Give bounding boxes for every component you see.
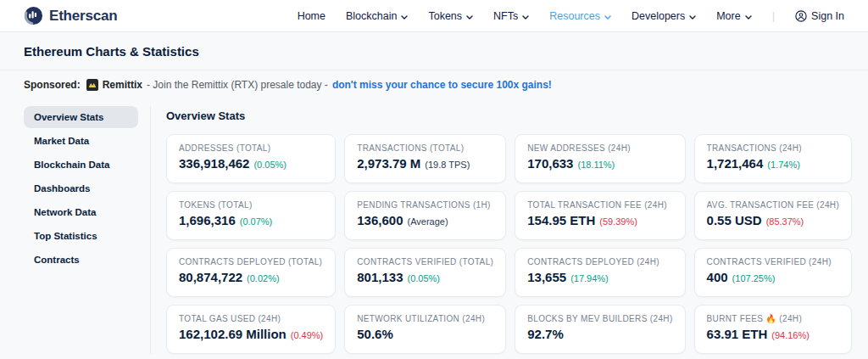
chevron-down-icon [401, 10, 408, 22]
stat-label: TRANSACTIONS (24H) [707, 143, 840, 153]
nav-label: More [716, 10, 740, 22]
user-circle-icon [795, 10, 807, 22]
section-heading: Overview Stats [166, 109, 852, 122]
content-area: Overview Stats Market Data Blockchain Da… [0, 101, 868, 354]
stat-card-transactions-24h[interactable]: TRANSACTIONS (24H) 1,721,464 (1.74%) [694, 134, 853, 183]
sponsored-link[interactable]: don't miss your chance to secure 100x ga… [332, 79, 552, 91]
nav-item-developers[interactable]: Developers [632, 10, 696, 22]
nav-label: NFTs [493, 10, 518, 22]
stat-value: 801,133 [357, 270, 403, 284]
top-navbar: Etherscan Home Blockchain Tokens NFTs Re… [0, 0, 868, 32]
stat-card-blocks-by-mev-builders-24h[interactable]: BLOCKS BY MEV BUILDERS (24H) 92.7% [515, 305, 685, 354]
etherscan-logo-icon [24, 6, 43, 25]
page-head: Ethereum Charts & Statistics [0, 32, 868, 70]
nav-label: Tokens [428, 10, 462, 22]
stat-card-new-addresses-24h[interactable]: NEW ADDRESSES (24H) 170,633 (18.11%) [515, 134, 685, 183]
nav-label: Resources [549, 10, 600, 22]
stat-value: 336,918,462 [179, 156, 249, 171]
stat-label: BLOCKS BY MEV BUILDERS (24H) [527, 314, 672, 323]
nav-label: Home [298, 10, 326, 22]
etherscan-logo[interactable]: Etherscan [24, 6, 117, 25]
chevron-down-icon [466, 10, 473, 22]
stat-value: 80,874,722 [179, 270, 242, 284]
stat-value: 92.7% [527, 327, 564, 341]
stat-label: CONTRACTS VERIFIED (TOTAL) [357, 257, 493, 266]
stat-label: NEW ADDRESSES (24H) [527, 143, 672, 153]
stat-card-tokens-total[interactable]: TOKENS (TOTAL) 1,696,316 (0.07%) [166, 191, 336, 240]
stat-card-total-transaction-fee-24h[interactable]: TOTAL TRANSACTION FEE (24H) 154.95 ETH (… [515, 191, 685, 240]
stat-value: 2,973.79 M [357, 156, 420, 171]
stat-label: PENDING TRANSACTIONS (1H) [357, 200, 493, 210]
stat-change: (0.05%) [408, 273, 441, 283]
main-panel: Overview Stats ADDRESSES (TOTAL) 336,918… [151, 106, 852, 354]
stat-card-addresses-total[interactable]: ADDRESSES (TOTAL) 336,918,462 (0.05%) [166, 134, 336, 183]
stat-value: 170,633 [527, 156, 573, 171]
nav-item-blockchain[interactable]: Blockchain [346, 10, 408, 22]
stat-label: TOTAL TRANSACTION FEE (24H) [527, 200, 672, 210]
nav-item-more[interactable]: More [716, 10, 751, 22]
stat-card-contracts-verified-total[interactable]: CONTRACTS VERIFIED (TOTAL) 801,133 (0.05… [344, 248, 506, 297]
stat-change: (0.49%) [291, 330, 324, 340]
stat-value: 154.95 ETH [527, 213, 595, 227]
sidebar-item-contracts[interactable]: Contracts [24, 249, 138, 271]
nav-label: Developers [632, 10, 685, 22]
stat-card-transactions-total[interactable]: TRANSACTIONS (TOTAL) 2,973.79 M (19.8 TP… [344, 134, 506, 183]
brand-name: Etherscan [49, 8, 117, 25]
stat-change: (85.37%) [766, 216, 804, 227]
nav-item-nfts[interactable]: NFTs [493, 10, 529, 22]
sidebar-item-market-data[interactable]: Market Data [24, 130, 138, 152]
sign-in-button[interactable]: Sign In [795, 10, 844, 22]
sidebar-item-network-data[interactable]: Network Data [24, 201, 138, 223]
stat-label: CONTRACTS DEPLOYED (TOTAL) [179, 257, 323, 266]
stat-label: CONTRACTS VERIFIED (24H) [707, 257, 840, 266]
stat-label: BURNT FEES 🔥 (24H) [707, 314, 840, 323]
stat-card-contracts-deployed-total[interactable]: CONTRACTS DEPLOYED (TOTAL) 80,874,722 (0… [166, 248, 336, 297]
stat-change: (Average) [408, 216, 448, 227]
remittix-logo-icon [86, 79, 98, 91]
nav-label: Blockchain [346, 10, 397, 22]
stat-value: 136,600 [357, 213, 403, 227]
stat-value: 1,696,316 [179, 213, 236, 227]
stat-label: ADDRESSES (TOTAL) [179, 143, 323, 153]
stat-change: (94.16%) [771, 330, 810, 340]
chevron-down-icon [745, 10, 752, 22]
sidebar-item-overview-stats[interactable]: Overview Stats [24, 106, 138, 128]
sidebar-item-dashboards[interactable]: Dashboards [24, 177, 138, 199]
stat-change: (19.8 TPS) [425, 160, 470, 170]
stat-value: 162,102.69 Million [179, 327, 287, 341]
stat-label: TRANSACTIONS (TOTAL) [357, 143, 493, 153]
stat-card-total-gas-used-24h[interactable]: TOTAL GAS USED (24H) 162,102.69 Million … [166, 305, 336, 354]
stat-card-contracts-deployed-24h[interactable]: CONTRACTS DEPLOYED (24H) 13,655 (17.94%) [515, 248, 685, 297]
sidebar-item-blockchain-data[interactable]: Blockchain Data [24, 154, 138, 176]
stat-change: (0.02%) [247, 273, 280, 283]
stat-label: TOTAL GAS USED (24H) [179, 314, 323, 323]
sponsored-advertiser: Remittix [103, 79, 142, 91]
sponsored-banner: Sponsored: Remittix - Join the Remittix … [0, 70, 868, 101]
stat-value: 400 [707, 270, 728, 284]
stat-card-network-utilization-24h[interactable]: NETWORK UTILIZATION (24H) 50.6% [344, 305, 506, 354]
stat-change: (0.07%) [240, 216, 273, 227]
stat-label: AVG. TRANSACTION FEE (24H) [707, 200, 840, 210]
nav-item-home[interactable]: Home [298, 10, 326, 22]
stat-label: NETWORK UTILIZATION (24H) [357, 314, 493, 323]
stat-card-avg-transaction-fee-24h[interactable]: AVG. TRANSACTION FEE (24H) 0.55 USD (85.… [694, 191, 853, 240]
stat-card-contracts-verified-24h[interactable]: CONTRACTS VERIFIED (24H) 400 (107.25%) [694, 248, 853, 297]
stat-value: 13,655 [527, 270, 566, 284]
sidebar-item-top-statistics[interactable]: Top Statistics [24, 225, 138, 247]
chevron-down-icon [604, 10, 611, 22]
nav-item-resources[interactable]: Resources [549, 10, 611, 22]
stat-value: 63.91 ETH [707, 327, 768, 341]
nav-item-tokens[interactable]: Tokens [428, 10, 473, 22]
stat-value: 0.55 USD [707, 213, 762, 227]
stat-change: (1.74%) [767, 160, 800, 170]
stat-card-burnt-fees-24h[interactable]: BURNT FEES 🔥 (24H) 63.91 ETH (94.16%) [694, 305, 853, 354]
stat-change: (17.94%) [570, 273, 609, 283]
sidebar: Overview Stats Market Data Blockchain Da… [24, 106, 151, 354]
stat-change: (107.25%) [732, 273, 776, 283]
sponsored-label: Sponsored: [24, 79, 81, 91]
chevron-down-icon [522, 10, 529, 22]
chevron-down-icon [689, 10, 696, 22]
stat-card-pending-transactions-1h[interactable]: PENDING TRANSACTIONS (1H) 136,600 (Avera… [344, 191, 506, 240]
sponsored-text: - Join the Remittix (RTX) presale today … [147, 79, 328, 91]
main-nav: Home Blockchain Tokens NFTs Resources De… [298, 9, 844, 22]
